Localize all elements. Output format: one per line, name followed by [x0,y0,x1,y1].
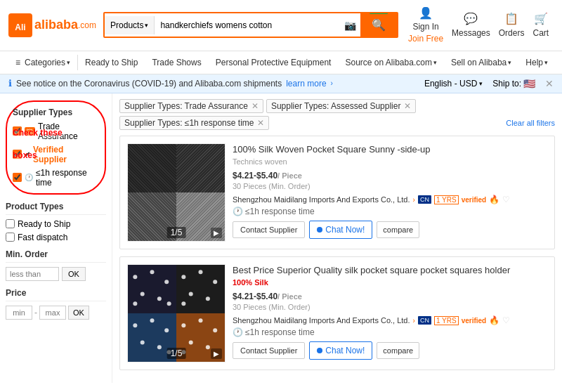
product-title-0[interactable]: 100% Silk Woven Pocket Square Sunny -sid… [233,143,547,156]
svg-point-19 [157,345,162,349]
svg-point-22 [199,318,203,322]
verified-label: Verified Supplier [33,145,99,164]
product-subtitle-0: Technics woven [233,157,547,166]
close-icon[interactable]: ✕ [545,78,554,89]
compare-1[interactable]: compare [377,342,419,359]
signin-label: Sign In [412,21,438,33]
heart-icon[interactable]: ♡ [502,195,510,204]
chat-now-1[interactable]: Chat Now! [309,341,372,360]
compare-0[interactable]: compare [377,221,419,238]
min-order-title: Min. Order [6,249,106,263]
join-label: Join Free [408,33,443,45]
contact-supplier-0[interactable]: Contact Supplier [233,221,305,238]
filter-tag-close-icon[interactable]: ✕ [257,118,264,128]
messages-icon: 💬 [464,11,478,27]
chevron-down-icon: ▾ [67,59,70,66]
trade-assurance-filter[interactable]: 🛡 Trade Assurance [13,122,99,141]
nav-label: Help [525,58,543,67]
nav-trade-shows[interactable]: Trade Shows [145,55,208,70]
fire-icon: 🔥 [489,195,499,204]
info-link[interactable]: learn more [286,79,326,89]
fast-dispatch-label: Fast dispatch [18,233,67,242]
nav-label: Trade Shows [152,58,201,67]
language-selector[interactable]: English - USD ▾ [424,79,483,89]
info-bar-left: ℹ See notice on the Coronavirus (COVID-1… [8,78,333,89]
trade-assurance-label: Trade Assurance [38,122,99,141]
product-actions-0: Contact Supplier Chat Now! compare [233,221,547,239]
svg-point-23 [213,328,217,332]
filter-tag-close-icon[interactable]: ✕ [251,101,259,111]
nav-ready-to-ship[interactable]: Ready to Ship [78,55,145,70]
verified-supplier-checkbox[interactable] [13,150,22,159]
supplier-info-0: Shengzhou Maidilang Imports And Exports … [233,195,547,204]
search-type-selector[interactable]: Products ▾ [105,16,155,34]
categories-label: Categories [25,58,65,67]
product-title-1[interactable]: Best Price Superior Quality silk pocket … [233,264,547,277]
product-info-1: Best Price Superior Quality silk pocket … [233,264,547,362]
nav-source[interactable]: Source on Alibaba.com ▾ [338,55,443,70]
messages-btn[interactable]: 💬 Messages [452,11,490,39]
svg-point-10 [199,270,203,274]
alibaba-logo-icon: Ali [8,13,32,37]
contact-supplier-1[interactable]: Contact Supplier [233,342,305,359]
response-clock-icon-1: 🕐 [233,327,243,337]
heart-icon-1[interactable]: ♡ [502,315,510,325]
price-range-1: $4.21-$5.40 [233,292,277,301]
product-image-0[interactable]: 1/5 ▶ [127,143,226,242]
fast-dispatch-filter[interactable]: Fast dispatch [6,233,106,242]
chat-now-label-1: Chat Now! [325,346,365,355]
cart-icon: 🛒 [534,11,548,27]
nav-ppe[interactable]: Personal Protective Equipment [209,55,339,70]
product-image-1[interactable]: 1/5 ▶ [127,264,226,362]
nav-help[interactable]: Help ▾ [518,55,555,70]
chat-now-0[interactable]: Chat Now! [309,221,372,239]
supplier-name-1[interactable]: Shengzhou Maidilang Imports And Exports … [233,316,410,325]
min-order-ok-button[interactable]: OK [62,267,86,281]
filter-tag-close-icon[interactable]: ✕ [404,101,411,111]
chevron-down-icon: ▾ [508,59,511,66]
response-time-checkbox[interactable] [13,173,22,182]
price-max-input[interactable] [39,306,66,320]
product-card-0: 1/5 ▶ 100% Silk Woven Pocket Square Sunn… [119,136,555,249]
search-button[interactable]: 🔍 [360,13,397,37]
svg-text:Ali: Ali [15,22,25,32]
product-price-1: $4.21-$5.40/ Piece [233,289,547,301]
categories-nav[interactable]: ≡ Categories ▾ [8,55,78,70]
min-order-input[interactable] [6,267,59,281]
verified-supplier-filter[interactable]: ✔ Verified Supplier [13,145,99,164]
product-types-section: Product Types Ready to Ship Fast dispatc… [6,202,106,242]
response-time-filter[interactable]: 🕐 ≤1h response time [13,168,99,188]
price-ok-button[interactable]: OK [68,306,89,320]
chat-dot-icon-1 [317,348,322,353]
signin-join[interactable]: 👤 Sign In Join Free [408,6,443,45]
svg-point-12 [189,292,193,296]
price-min-input[interactable] [6,306,32,320]
ship-to[interactable]: Ship to: 🇺🇸 [492,78,535,89]
content-area: Check these boxes Supplier Types: Trade … [112,93,562,383]
nav-label: Personal Protective Equipment [216,58,332,67]
clear-all-filters[interactable]: Clear all filters [506,119,555,127]
search-bar: Products ▾ 📷 NEW 🔍 [103,12,398,38]
camera-icon[interactable]: 📷 [340,17,360,34]
trade-assurance-checkbox[interactable] [13,126,22,136]
header-right: 👤 Sign In Join Free 💬 Messages 📋 Orders … [408,6,549,45]
logo[interactable]: Ali alibaba.com [8,13,96,37]
nav-sell[interactable]: Sell on Alibaba ▾ [444,55,518,70]
orders-btn[interactable]: 📋 Orders [499,11,525,39]
ready-to-ship-checkbox[interactable] [6,219,15,228]
logo-text: alibaba [34,18,78,32]
chevron-down-icon: ▾ [544,59,548,66]
svg-point-15 [133,323,137,327]
product-card-1: 1/5 ▶ Best Price Superior Quality silk p… [119,256,555,370]
supplier-name-0[interactable]: Shengzhou Maidilang Imports And Exports … [233,195,410,204]
search-input[interactable] [155,16,340,34]
product-tag-1: 100% Silk [233,278,547,287]
ready-to-ship-filter[interactable]: Ready to Ship [6,219,106,229]
person-icon: 👤 [419,6,433,21]
nav-label: Source on Alibaba.com [345,58,431,67]
video-play-icon-1: ▶ [211,348,222,359]
fast-dispatch-checkbox[interactable] [6,233,15,242]
response-time-label: ≤1h response time [36,168,99,188]
response-time-0: 🕐 ≤1h response time [233,207,547,216]
cart-btn[interactable]: 🛒 Cart [532,11,549,39]
